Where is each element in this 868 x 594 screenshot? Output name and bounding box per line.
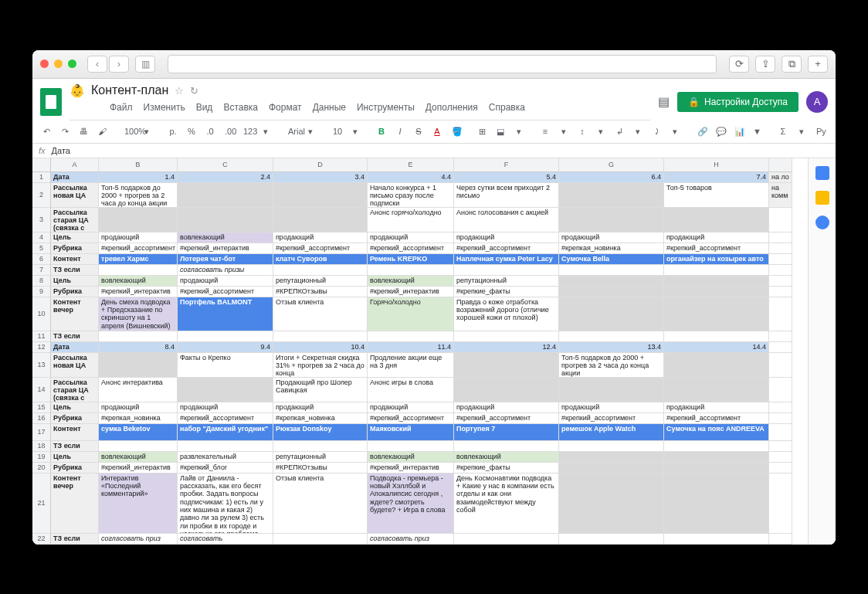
- cell[interactable]: Ремень KREPKO: [368, 254, 454, 265]
- cell[interactable]: продающий: [559, 402, 664, 413]
- cell[interactable]: Подводка - премьера - новый Хэллбой и Ап…: [368, 474, 454, 534]
- share-icon[interactable]: ⇪: [755, 56, 775, 73]
- print-button[interactable]: 🖶: [76, 124, 91, 138]
- fx-value[interactable]: Дата: [52, 146, 70, 155]
- cell[interactable]: продающий: [273, 233, 368, 243]
- cell[interactable]: [664, 265, 769, 276]
- cell[interactable]: [769, 254, 792, 265]
- font-select[interactable]: Arial: [284, 124, 300, 138]
- cell[interactable]: [178, 183, 273, 208]
- cell[interactable]: #крепкий_интерактив: [368, 463, 454, 474]
- cell[interactable]: #крепкий_интерактив: [178, 243, 273, 254]
- col-header[interactable]: G: [559, 158, 664, 172]
- cell[interactable]: продающий: [368, 233, 454, 243]
- text-color-button[interactable]: A: [429, 124, 445, 138]
- cell[interactable]: [273, 265, 368, 276]
- cell[interactable]: Правда о коже отработка возражений дорог…: [454, 297, 559, 331]
- cell[interactable]: Итоги + Секретная скидка 31% + прогрев з…: [273, 353, 368, 378]
- col-header[interactable]: C: [178, 158, 273, 172]
- cell[interactable]: Продление акции еще на 3 дня: [368, 353, 454, 378]
- close-icon[interactable]: [40, 59, 49, 68]
- filter-button[interactable]: ▼: [749, 124, 765, 138]
- cell[interactable]: клатч Суворов: [273, 254, 368, 265]
- cell[interactable]: репутационный: [454, 276, 559, 287]
- cell[interactable]: [664, 452, 769, 463]
- cell[interactable]: Лайв от Даниила - рассказать, как его бе…: [178, 474, 273, 534]
- cell[interactable]: #крепкий_ассортимент: [178, 287, 273, 297]
- sheets-logo-icon[interactable]: [40, 88, 62, 116]
- cell[interactable]: Цель: [51, 402, 99, 413]
- cell[interactable]: [664, 534, 769, 545]
- url-bar[interactable]: [168, 55, 717, 73]
- cell[interactable]: [769, 233, 792, 243]
- cell[interactable]: Продающий про Шопер Савицкая: [273, 378, 368, 402]
- cell[interactable]: Рассылка старая ЦА (связка с КП): [51, 208, 99, 233]
- cell[interactable]: [559, 276, 664, 287]
- cell[interactable]: продающий: [559, 233, 664, 243]
- cell[interactable]: [769, 452, 792, 463]
- move-icon[interactable]: ↻: [190, 85, 198, 97]
- dec-decrease-button[interactable]: .0: [202, 124, 218, 138]
- cell[interactable]: #крепкий_интерактив: [99, 287, 178, 297]
- cell[interactable]: [99, 265, 178, 276]
- cell[interactable]: [559, 287, 664, 297]
- cell[interactable]: [368, 441, 454, 452]
- row-header[interactable]: 10: [32, 297, 51, 331]
- cell[interactable]: [559, 208, 664, 233]
- cell[interactable]: [368, 265, 454, 276]
- cell[interactable]: [664, 208, 769, 233]
- link-button[interactable]: 🔗: [693, 124, 709, 139]
- cell[interactable]: #КРЕПКОтзывы: [273, 287, 368, 297]
- col-header[interactable]: F: [454, 158, 559, 172]
- cell[interactable]: [559, 183, 664, 208]
- row-header[interactable]: 18: [32, 441, 51, 452]
- cell[interactable]: День смеха подводка + Предсказание по ск…: [99, 297, 178, 331]
- cell[interactable]: Контент: [51, 424, 99, 441]
- cell[interactable]: 9.4: [178, 342, 273, 353]
- cell[interactable]: ремешок Apple Watch: [559, 424, 664, 441]
- cell[interactable]: [454, 534, 559, 545]
- cell[interactable]: вовлекающий: [99, 276, 178, 287]
- comment-button[interactable]: 💬: [712, 124, 727, 139]
- cell[interactable]: [178, 378, 273, 402]
- menu-вставка[interactable]: Вставка: [219, 100, 263, 115]
- menu-дополнения[interactable]: Дополнения: [421, 100, 483, 115]
- cell[interactable]: 14.4: [664, 342, 769, 353]
- cell[interactable]: #крепкий_ассортимент: [368, 413, 454, 424]
- cell[interactable]: #крепкая_новинка: [273, 413, 368, 424]
- currency-button[interactable]: р.: [165, 124, 181, 138]
- cell[interactable]: День Космонавтики подводка + Какие у нас…: [454, 474, 559, 534]
- cell[interactable]: [664, 276, 769, 287]
- cell[interactable]: [99, 331, 178, 342]
- cell[interactable]: #крепкий_интерактив: [99, 463, 178, 474]
- cell[interactable]: репутационный: [273, 276, 368, 287]
- valign-button[interactable]: ↕: [575, 124, 590, 138]
- cell[interactable]: [559, 265, 664, 276]
- row-header[interactable]: 14: [32, 378, 51, 402]
- cell[interactable]: 7.4: [664, 172, 769, 183]
- cell[interactable]: согласовать призы: [178, 265, 273, 276]
- calendar-icon[interactable]: [815, 166, 829, 180]
- cell[interactable]: набор "Дамский угодник": [178, 424, 273, 441]
- cell[interactable]: Рассылка новая ЦА: [51, 183, 99, 208]
- cell[interactable]: вовлекающий: [368, 452, 454, 463]
- cell[interactable]: Рубрика: [51, 413, 99, 424]
- borders-button[interactable]: ⊞: [474, 124, 490, 139]
- cell[interactable]: продающий: [273, 402, 368, 413]
- row-header[interactable]: 20: [32, 463, 51, 474]
- cell[interactable]: 12.4: [454, 342, 559, 353]
- cell[interactable]: 6.4: [559, 172, 664, 183]
- cell[interactable]: #крепкий_ассортимент: [178, 413, 273, 424]
- cell[interactable]: на комм: [769, 183, 792, 208]
- cell[interactable]: [178, 208, 273, 233]
- cell[interactable]: 1.4: [99, 172, 178, 183]
- avatar[interactable]: A: [806, 91, 828, 113]
- cell[interactable]: 10.4: [273, 342, 368, 353]
- cell[interactable]: Через сутки всем приходит 2 письмо: [454, 183, 559, 208]
- cell[interactable]: #крепкие_факты: [454, 463, 559, 474]
- cell[interactable]: #крепкий_ассортимент: [664, 243, 769, 254]
- col-header[interactable]: A: [51, 158, 99, 172]
- cell[interactable]: продающий: [454, 233, 559, 243]
- cell[interactable]: #крепкая_новинка: [99, 413, 178, 424]
- percent-button[interactable]: %: [184, 124, 199, 138]
